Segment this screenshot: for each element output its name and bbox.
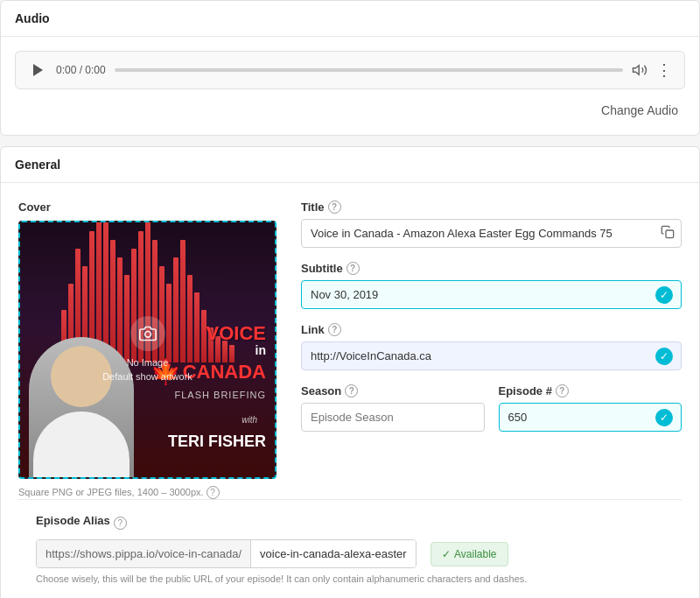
- episode-num-field-group: Episode # ? ✓: [499, 384, 682, 432]
- title-input[interactable]: [301, 219, 682, 248]
- cover-maple-leaf: 🍁: [150, 357, 181, 386]
- change-audio-row: Change Audio: [15, 100, 685, 121]
- subtitle-input-wrapper: ✓: [301, 280, 682, 309]
- link-check-icon: ✓: [655, 348, 673, 365]
- cover-person-face: [51, 346, 112, 407]
- audio-time: 0:00 / 0:00: [56, 64, 106, 76]
- general-section-title: General: [1, 147, 699, 183]
- subtitle-label: Subtitle ?: [301, 262, 682, 275]
- cover-teri-fisher: TERI FISHER: [168, 433, 266, 451]
- cover-label: Cover: [18, 201, 276, 214]
- title-field-group: Title ?: [301, 201, 682, 248]
- alias-check-icon: ✓: [442, 548, 451, 560]
- link-help-icon[interactable]: ?: [328, 323, 341, 336]
- cover-with-text: with: [242, 415, 257, 425]
- season-episode-row: Season ? Episode # ?: [301, 384, 682, 446]
- season-input[interactable]: [301, 403, 485, 432]
- play-icon: [33, 64, 43, 76]
- alias-hint: Choose wisely, this will be the public U…: [36, 573, 664, 584]
- cover-hint: Square PNG or JPEG files, 1400 – 3000px.…: [18, 486, 276, 499]
- play-button[interactable]: [28, 60, 47, 80]
- cover-image-wrapper[interactable]: VOICE in 🍁 CANADA FLASH BRIEFING with TE…: [18, 221, 276, 479]
- alias-available-badge: ✓ Available: [430, 542, 508, 566]
- subtitle-input[interactable]: [301, 280, 682, 309]
- general-body: Cover: [1, 183, 699, 598]
- subtitle-field-group: Subtitle ? ✓: [301, 262, 682, 309]
- more-options-icon[interactable]: ⋮: [656, 60, 672, 80]
- cover-person-shirt: [33, 412, 130, 477]
- svg-marker-0: [634, 66, 640, 75]
- link-input-wrapper: ✓: [301, 341, 682, 370]
- general-section: General Cover: [0, 146, 700, 598]
- audio-section: Audio 0:00 / 0:00 ⋮: [0, 0, 700, 136]
- cover-column: Cover: [18, 201, 276, 499]
- link-field-group: Link ? ✓: [301, 323, 682, 370]
- general-layout: Cover: [18, 201, 682, 499]
- podcast-cover: VOICE in 🍁 CANADA FLASH BRIEFING with TE…: [20, 222, 275, 477]
- cover-person: [29, 337, 134, 477]
- alias-inputs: https://shows.pippa.io/voice-in-canada/: [36, 539, 416, 568]
- alias-label-row: Episode Alias ?: [36, 514, 664, 532]
- episode-num-check-icon: ✓: [655, 409, 673, 426]
- copy-icon[interactable]: [661, 225, 675, 243]
- cover-logo-area: VOICE in 🍁 CANADA FLASH BRIEFING: [150, 324, 266, 400]
- page-container: Audio 0:00 / 0:00 ⋮: [0, 0, 700, 598]
- audio-progress-bar[interactable]: [115, 68, 623, 72]
- fields-column: Title ?: [301, 201, 682, 446]
- cover-logo-canada: CANADA: [183, 362, 266, 382]
- season-label: Season ?: [301, 384, 485, 397]
- svg-rect-2: [666, 230, 674, 238]
- alias-label: Episode Alias: [36, 514, 110, 527]
- episode-num-input[interactable]: [499, 403, 682, 432]
- subtitle-check-icon: ✓: [655, 286, 673, 304]
- link-input[interactable]: [301, 341, 682, 370]
- audio-section-body: 0:00 / 0:00 ⋮ Change Audio: [1, 37, 699, 135]
- episode-num-help-icon[interactable]: ?: [556, 384, 569, 397]
- cover-hint-icon[interactable]: ?: [206, 486, 220, 499]
- title-label: Title ?: [301, 201, 682, 214]
- episode-num-label: Episode # ?: [499, 384, 682, 397]
- title-help-icon[interactable]: ?: [328, 201, 341, 214]
- season-input-wrapper: [301, 403, 485, 432]
- alias-section: Episode Alias ? https://shows.pippa.io/v…: [18, 499, 682, 598]
- subtitle-help-icon[interactable]: ?: [346, 262, 360, 275]
- cover-flash-briefing: FLASH BRIEFING: [150, 390, 266, 400]
- link-label: Link ?: [301, 323, 682, 336]
- title-input-wrapper: [301, 219, 682, 248]
- alias-prefix: https://shows.pippa.io/voice-in-canada/: [37, 540, 251, 567]
- season-help-icon[interactable]: ?: [345, 384, 358, 397]
- season-field-group: Season ?: [301, 384, 485, 432]
- alias-help-icon[interactable]: ?: [114, 517, 127, 530]
- change-audio-button[interactable]: Change Audio: [594, 100, 685, 121]
- alias-input[interactable]: [251, 540, 416, 567]
- alias-input-row: https://shows.pippa.io/voice-in-canada/ …: [36, 539, 664, 568]
- episode-num-input-wrapper: ✓: [499, 403, 682, 432]
- cover-logo-voice: VOICE: [150, 324, 266, 343]
- cover-logo-in: in: [150, 343, 266, 357]
- audio-section-title: Audio: [1, 1, 699, 37]
- volume-icon[interactable]: [632, 62, 648, 78]
- audio-player: 0:00 / 0:00 ⋮: [15, 51, 685, 89]
